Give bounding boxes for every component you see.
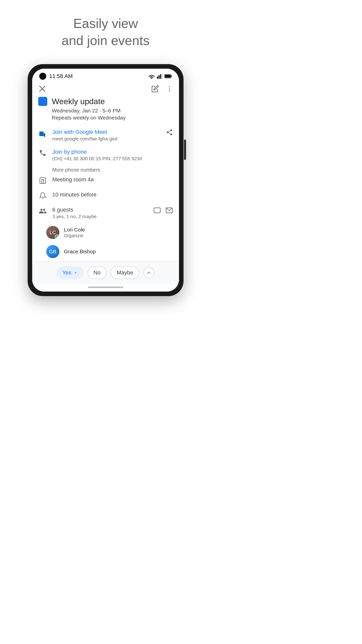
phone-number: (CH) +41 30 300 00 15 PIN: 277 555 923#: [52, 156, 173, 162]
home-indicator: [32, 284, 179, 292]
svg-point-10: [169, 88, 170, 89]
room-icon: [38, 177, 47, 184]
svg-point-16: [170, 134, 172, 135]
event-title-row: Weekly update Wednesday, Jan 22 · 5–6 PM…: [38, 97, 173, 121]
dropdown-arrow-icon: [73, 270, 78, 275]
svg-rect-5: [165, 75, 171, 78]
svg-rect-6: [171, 75, 172, 77]
more-phones-link[interactable]: More phone numbers: [38, 167, 173, 173]
svg-point-15: [167, 132, 169, 133]
meet-url: meet.google.com/fae-fgha-ged: [52, 136, 161, 142]
rsvp-yes-button[interactable]: Yes: [57, 266, 83, 279]
svg-point-11: [169, 90, 170, 91]
camera-dot: [39, 73, 46, 80]
message-guests-button[interactable]: [153, 207, 161, 214]
svg-rect-21: [154, 208, 160, 213]
guest-name: Lori Cole: [64, 227, 85, 233]
event-content: Weekly update Wednesday, Jan 22 · 5–6 PM…: [32, 97, 179, 223]
svg-rect-3: [161, 74, 162, 79]
event-repeat: Repeats weekly on Wednesday: [52, 115, 126, 121]
wifi-icon: [148, 74, 155, 79]
meet-icon: [38, 129, 47, 138]
room-row: Meeting room 4a: [38, 173, 173, 188]
svg-point-14: [170, 130, 172, 131]
guests-row: 6 guests 3 yes, 1 no, 2 maybe: [38, 203, 173, 223]
status-icons: [148, 74, 172, 79]
svg-point-9: [169, 86, 170, 87]
phone-device: 11:58 AM: [28, 64, 184, 296]
event-title: Weekly update: [52, 97, 126, 106]
svg-rect-2: [160, 74, 161, 79]
guests-icon: [38, 207, 47, 215]
phone-row: Join by phone (CH) +41 30 300 00 15 PIN:…: [38, 145, 173, 165]
email-guests-button[interactable]: [165, 207, 173, 214]
svg-line-17: [168, 133, 170, 134]
share-meet-button[interactable]: [166, 129, 173, 136]
status-time: 11:58 AM: [49, 73, 73, 79]
lori-avatar: LC: [46, 226, 59, 239]
guest-role: Organizer: [64, 233, 85, 238]
rsvp-collapse-button[interactable]: [143, 267, 154, 278]
rsvp-no-button[interactable]: No: [87, 266, 107, 279]
rsvp-bar: Yes No Maybe: [32, 261, 179, 284]
chevron-up-icon: [146, 270, 151, 275]
calendar-color-square: [38, 97, 47, 106]
action-bar: [32, 82, 179, 97]
status-bar: 11:58 AM: [32, 69, 179, 82]
battery-icon: [164, 74, 172, 78]
meet-row: Join with Google Meet meet.google.com/fa…: [38, 125, 173, 145]
phone-icon: [38, 149, 47, 157]
signal-icon: [157, 74, 162, 79]
more-options-button[interactable]: [166, 85, 173, 92]
close-button[interactable]: [38, 85, 46, 93]
reminder-text: 10 minutes before: [52, 191, 173, 198]
event-datetime: Wednesday, Jan 22 · 5–6 PM: [52, 108, 126, 114]
meet-link[interactable]: Join with Google Meet: [52, 129, 161, 135]
edit-button[interactable]: [151, 85, 159, 93]
grace-avatar: GB: [46, 245, 59, 258]
check-badge: [55, 234, 59, 239]
google-meet-icon: [38, 129, 47, 138]
guests-sub: 3 yes, 1 no, 2 maybe: [52, 214, 148, 219]
home-bar: [88, 287, 123, 288]
guest-item: GB Grace Bishop: [32, 242, 179, 261]
svg-rect-1: [158, 75, 159, 79]
bell-icon: [38, 192, 47, 199]
room-text: Meeting room 4a: [52, 176, 173, 183]
rsvp-maybe-button[interactable]: Maybe: [111, 266, 139, 279]
guests-count: 6 guests: [52, 207, 148, 213]
guest-name: Grace Bishop: [64, 249, 96, 255]
phone-link[interactable]: Join by phone: [52, 149, 173, 155]
svg-line-18: [168, 131, 170, 132]
svg-rect-0: [157, 76, 158, 79]
phone-screen: 11:58 AM: [32, 69, 179, 292]
guest-item: LC Lori Cole Organizer: [32, 223, 179, 242]
svg-rect-19: [40, 178, 46, 184]
reminder-row: 10 minutes before: [38, 188, 173, 203]
headline: Easily view and join events: [62, 15, 150, 49]
